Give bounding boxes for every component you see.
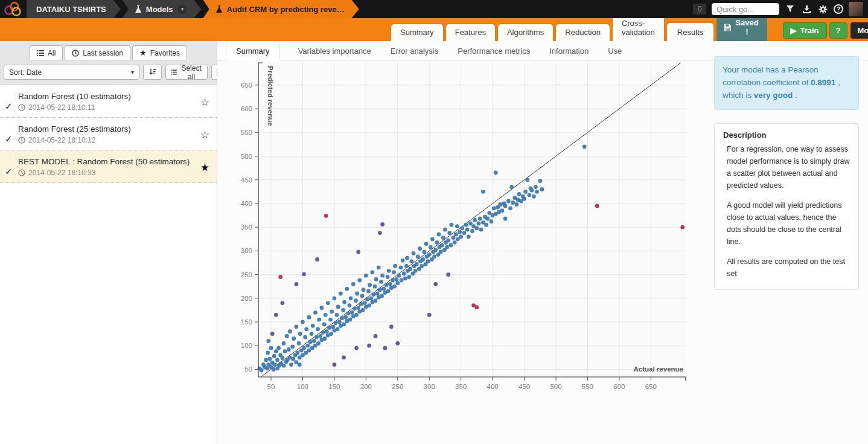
scatter-point bbox=[378, 288, 382, 292]
user-avatar[interactable] bbox=[849, 2, 863, 16]
y-tick-label: 50 bbox=[244, 365, 252, 373]
scatter-point bbox=[388, 282, 392, 286]
x-tick-label: 250 bbox=[392, 383, 403, 390]
x-tick-label: 300 bbox=[424, 383, 435, 390]
scatter-point bbox=[275, 358, 279, 362]
quick-go-input[interactable] bbox=[712, 3, 779, 15]
favorite-star-icon[interactable]: ☆ bbox=[200, 129, 209, 141]
scatter-point bbox=[447, 231, 452, 235]
clock-icon bbox=[72, 50, 79, 57]
subtab-error-analysis[interactable]: Error analysis bbox=[389, 42, 439, 60]
top-bar: DATAIKU TSHIRTS Models ▾ Audit CRM by pr… bbox=[0, 0, 868, 18]
sort-select[interactable]: Sort: Date ▾ bbox=[4, 65, 139, 80]
scatter-point bbox=[391, 278, 395, 283]
scatter-point bbox=[292, 336, 296, 341]
breadcrumb-analysis[interactable]: Audit CRM by predicting reve… bbox=[203, 0, 359, 18]
scatter-point bbox=[443, 228, 447, 232]
model-date: 2014-05-22 18:10:11 bbox=[28, 103, 95, 112]
tab-results[interactable]: Results bbox=[667, 23, 713, 41]
scatter-point bbox=[392, 285, 397, 289]
scatter-point bbox=[454, 233, 458, 237]
scatter-point bbox=[467, 234, 471, 239]
favorite-star-icon[interactable]: ☆ bbox=[200, 96, 209, 109]
scatter-point bbox=[362, 288, 366, 292]
scatter-point bbox=[374, 298, 378, 303]
scatter-point bbox=[278, 275, 282, 279]
subtab-information[interactable]: Information bbox=[548, 42, 590, 60]
scatter-point bbox=[503, 204, 508, 208]
model-date-row: 2014-05-22 18:10:11 bbox=[18, 103, 195, 112]
scatter-point bbox=[407, 275, 411, 279]
tab-summary[interactable]: Summary bbox=[391, 24, 443, 41]
settings-gear-icon[interactable] bbox=[817, 4, 828, 14]
filter-tab-last-session[interactable]: Last session bbox=[65, 45, 130, 60]
model-item-random-forest-10-estimators[interactable]: ✓Random Forest (10 estimators)2014-05-22… bbox=[0, 85, 217, 118]
breadcrumb-caret-icon[interactable]: ▾ bbox=[178, 5, 187, 14]
train-button[interactable]: ▶ Train bbox=[783, 22, 827, 39]
y-tick-label: 500 bbox=[241, 153, 252, 160]
clock-icon bbox=[18, 169, 25, 176]
scatter-point bbox=[485, 217, 490, 221]
help-icon[interactable]: ? bbox=[834, 4, 843, 14]
subtab-use[interactable]: Use bbox=[607, 42, 623, 60]
filter-tab-all[interactable]: All bbox=[30, 45, 63, 60]
x-axis-title: Actual revenue bbox=[634, 365, 683, 373]
select-all-button[interactable]: Select all bbox=[165, 65, 208, 80]
tab-cross-validation[interactable]: Cross-validation bbox=[613, 15, 664, 41]
pearson-info-box: Your model has a Pearson correlation coe… bbox=[714, 56, 859, 110]
tab-algorithms[interactable]: Algorithms bbox=[498, 24, 553, 41]
subtab-summary[interactable]: Summary bbox=[226, 42, 280, 60]
scatter-point bbox=[314, 335, 319, 339]
model-item-random-forest-25-estimators[interactable]: ✓Random Forest (25 estimators)2014-05-22… bbox=[0, 118, 217, 150]
select-all-label: Select all bbox=[180, 64, 203, 81]
tab-features[interactable]: Features bbox=[446, 24, 495, 41]
breadcrumb-project[interactable]: DATAIKU TSHIRTS bbox=[27, 0, 121, 18]
scatter-point bbox=[373, 285, 377, 289]
notification-count-badge[interactable]: 0 bbox=[693, 4, 706, 14]
scatter-point bbox=[351, 282, 356, 286]
scatter-point bbox=[418, 246, 422, 251]
favorite-star-icon[interactable]: ★ bbox=[200, 161, 209, 174]
download-icon[interactable] bbox=[801, 4, 812, 14]
scatter-point bbox=[326, 301, 330, 305]
more-button[interactable]: More ▾ bbox=[850, 22, 868, 39]
scatter-point bbox=[285, 334, 289, 338]
scatter-point bbox=[303, 335, 307, 339]
scatter-point bbox=[412, 251, 416, 256]
tab-reduction[interactable]: Reduction bbox=[556, 24, 610, 41]
scatter-point bbox=[498, 202, 502, 207]
play-icon: ▶ bbox=[791, 26, 797, 35]
subtab-performance-metrics[interactable]: Performance metrics bbox=[456, 42, 531, 60]
filter-tab-favorites[interactable]: ★Favorites bbox=[132, 45, 187, 60]
pearson-text-segment: very good bbox=[754, 91, 793, 100]
train-help-button[interactable]: ? bbox=[829, 22, 847, 39]
scatter-point bbox=[582, 144, 587, 149]
subtab-variables-importance[interactable]: Variables importance bbox=[297, 42, 372, 60]
sort-select-value: Sort: Date bbox=[9, 68, 42, 77]
scatter-point bbox=[310, 332, 314, 336]
scatter-point bbox=[318, 334, 322, 338]
scatter-point bbox=[291, 357, 295, 361]
scatter-point bbox=[282, 364, 286, 368]
filter-funnel-icon[interactable] bbox=[785, 4, 796, 14]
scatter-point bbox=[312, 339, 316, 343]
description-title: Description bbox=[723, 130, 850, 140]
scatter-point bbox=[446, 272, 450, 277]
scatter-point bbox=[477, 222, 481, 226]
scatter-point bbox=[470, 229, 474, 233]
scatter-point bbox=[446, 239, 450, 243]
description-body: For a regression, one way to assess mode… bbox=[723, 143, 850, 280]
scatter-point bbox=[329, 332, 333, 336]
scatter-point bbox=[370, 270, 374, 274]
pearson-text-segment: 0.8991 bbox=[811, 78, 835, 87]
breadcrumb-models[interactable]: Models ▾ bbox=[123, 0, 202, 18]
scatter-point bbox=[269, 346, 273, 350]
model-item-best-model-random-forest-50-estimators[interactable]: ✓BEST MODEL : Random Forest (50 estimato… bbox=[0, 150, 217, 183]
dataiku-logo-icon[interactable] bbox=[0, 0, 27, 18]
sort-direction-button[interactable] bbox=[143, 65, 162, 80]
scatter-point bbox=[302, 346, 306, 350]
scatter-point bbox=[475, 305, 479, 309]
scatter-point bbox=[313, 310, 318, 315]
scatter-point bbox=[366, 289, 371, 294]
scatter-point bbox=[437, 233, 441, 237]
